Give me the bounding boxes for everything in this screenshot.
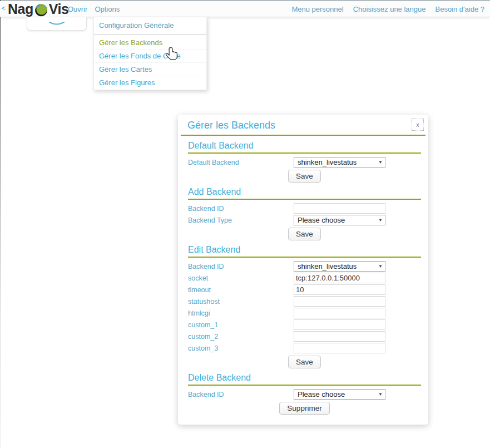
form-row: statushost — [188, 296, 421, 307]
menu-separator — [94, 34, 206, 35]
select-value: shinken_livestatus — [298, 158, 357, 166]
nav-ouvrir[interactable]: Ouvrir — [68, 5, 87, 13]
select-default-backend[interactable]: shinken_livestatus▼ — [294, 157, 385, 168]
section-title: Add Backend — [188, 187, 421, 200]
form-row: socket — [188, 273, 421, 283]
dialog-title: Gérer les Backends — [187, 120, 419, 131]
form-row: timeout — [188, 284, 421, 295]
field-label-custom-2: custom_2 — [188, 333, 294, 341]
section-add-backend: Add BackendBackend IDBackend TypePlease … — [188, 187, 421, 240]
user-menu: Menu personnelChoisissez une langueBesoi… — [291, 1, 484, 17]
save-button[interactable]: Save — [288, 170, 321, 183]
input-custom-3[interactable] — [294, 343, 385, 353]
nav-menu-personnel[interactable]: Menu personnel — [291, 5, 343, 13]
select-backend-type[interactable]: Please choose▼ — [294, 215, 385, 225]
nav-options[interactable]: Options — [95, 5, 120, 13]
select-value: Please choose — [298, 216, 345, 224]
page: < Nag Vis OuvrirOptions Menu personnelCh… — [0, 0, 490, 448]
button-row: Save — [188, 228, 421, 240]
menu-item-g-rer-les-cartes[interactable]: Gérer les Cartes — [94, 63, 206, 76]
button-row: Supprimer — [188, 402, 421, 415]
select-value: shinken_livestatus — [298, 262, 357, 270]
section-delete-backend: Delete BackendBackend IDPlease choose▼Su… — [188, 373, 421, 415]
form-row: Backend IDPlease choose▼ — [188, 389, 421, 400]
section-title: Default Backend — [188, 141, 421, 154]
select-value: Please choose — [298, 390, 345, 398]
save-button[interactable]: Save — [288, 228, 321, 240]
field-label-socket: socket — [188, 274, 294, 282]
form-row: custom_2 — [188, 331, 421, 342]
chevron-down-icon: ▼ — [378, 218, 383, 223]
form-row: Default Backendshinken_livestatus▼ — [188, 157, 421, 168]
menu-item-g-rer-les-figures[interactable]: Gérer les Figures — [94, 76, 206, 89]
select-backend-id[interactable]: Please choose▼ — [294, 389, 385, 400]
chevron-down-icon: ▼ — [378, 160, 383, 165]
select-backend-id[interactable]: shinken_livestatus▼ — [294, 261, 385, 272]
input-socket[interactable] — [294, 273, 385, 283]
menu-item-g-rer-les-fonds-de-carte[interactable]: Gérer les Fonds de Carte — [94, 50, 206, 63]
dialog-header: Gérer les Backends — [181, 115, 425, 136]
form-row: Backend ID — [188, 203, 421, 214]
field-label-backend-type: Backend Type — [188, 216, 294, 224]
nagvis-globe-icon — [34, 3, 48, 17]
section-title: Delete Backend — [188, 373, 421, 386]
button-row: Save — [188, 356, 421, 368]
field-label-default-backend: Default Backend — [188, 159, 294, 166]
form-row: Backend IDshinken_livestatus▼ — [188, 261, 421, 272]
dialog-body: Default BackendDefault Backendshinken_li… — [178, 141, 428, 415]
field-label-custom-3: custom_3 — [188, 344, 294, 352]
logo-text-vis: Vis — [49, 1, 69, 17]
form-row: custom_1 — [188, 319, 421, 330]
input-custom-2[interactable] — [294, 331, 385, 342]
nagvis-logo[interactable]: Nag Vis — [8, 1, 68, 17]
section-title: Edit Backend — [188, 245, 421, 258]
logo-text-nag: Nag — [8, 1, 33, 17]
field-label-timeout: timeout — [188, 286, 294, 294]
nav-besoin-d-aide[interactable]: Besoin d'aide ? — [435, 5, 485, 13]
chevron-down-icon: ▼ — [378, 392, 383, 397]
input-htmlcgi[interactable] — [294, 308, 385, 318]
options-menu: Configuration GénéraleGérer les Backends… — [93, 17, 207, 90]
menu-item-configuration-g-n-rale[interactable]: Configuration Générale — [94, 19, 206, 32]
input-timeout[interactable] — [294, 284, 385, 295]
field-label-htmlcgi: htmlcgi — [188, 309, 294, 317]
dialog-close-button[interactable]: x — [412, 119, 424, 131]
nav-choisissez-une-langue[interactable]: Choisissez une langue — [353, 5, 426, 13]
field-label-backend-id: Backend ID — [188, 391, 294, 398]
section-edit-backend: Edit BackendBackend IDshinken_livestatus… — [188, 245, 421, 368]
input-backend-id[interactable] — [294, 203, 385, 214]
form-row: custom_3 — [188, 343, 421, 353]
app-header: < Nag Vis OuvrirOptions Menu personnelCh… — [0, 1, 490, 17]
header-toggle-tab[interactable] — [27, 17, 87, 31]
collapse-left-icon[interactable]: < — [2, 4, 6, 12]
section-default-backend: Default BackendDefault Backendshinken_li… — [188, 141, 421, 183]
button-row: Save — [188, 170, 421, 183]
field-label-statushost: statushost — [188, 298, 294, 306]
field-label-backend-id: Backend ID — [188, 263, 294, 270]
supprimer-button[interactable]: Supprimer — [279, 402, 329, 415]
input-custom-1[interactable] — [294, 319, 385, 330]
form-row: htmlcgi — [188, 308, 421, 318]
chevron-down-icon — [48, 21, 65, 26]
backends-dialog: x Gérer les Backends Default BackendDefa… — [178, 115, 428, 425]
field-label-custom-1: custom_1 — [188, 321, 294, 329]
form-row: Backend TypePlease choose▼ — [188, 215, 421, 225]
input-statushost[interactable] — [294, 296, 385, 307]
chevron-down-icon: ▼ — [378, 264, 383, 269]
field-label-backend-id: Backend ID — [188, 205, 294, 213]
save-button[interactable]: Save — [288, 356, 321, 368]
main-menu: OuvrirOptions — [68, 1, 120, 17]
window-left-border — [0, 0, 1, 448]
menu-item-g-rer-les-backends[interactable]: Gérer les Backends — [94, 36, 206, 50]
